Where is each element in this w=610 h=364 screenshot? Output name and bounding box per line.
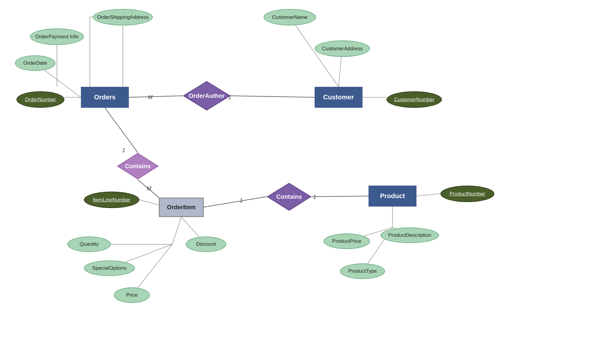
attr-productdescription: ProductDescription [381, 228, 439, 243]
attr-productnumber: ProductNumber [440, 186, 494, 202]
attr-customername: CustomerName [264, 9, 316, 25]
attr-ordernumber: OrderNumber [16, 91, 64, 108]
entity-orders: Orders [81, 87, 129, 108]
cardinality-mb: M [147, 186, 151, 192]
attr-productprice: ProductPrice [324, 233, 370, 249]
entity-customer: Customer [315, 87, 363, 108]
svg-line-15 [416, 194, 440, 196]
svg-line-11 [105, 108, 138, 153]
attr-quantity: Quantity [67, 236, 111, 252]
entity-orderitem: OrderItem [159, 198, 204, 217]
relationship-contains2: Contains [267, 183, 312, 211]
svg-line-14 [312, 196, 369, 197]
attr-itemlinenumber: ItemLineNumber [84, 192, 139, 208]
cardinality-1c: 1 [240, 198, 243, 204]
cardinality-m1: M [148, 94, 152, 101]
attr-customeraddress: CustomerAddress [315, 40, 370, 57]
attr-discount: Discount [186, 236, 226, 252]
svg-line-1 [231, 96, 315, 97]
attr-specialoptions: SpecialOptions [84, 260, 135, 276]
attr-price: Price [114, 287, 150, 303]
relationship-contains1: Contains [117, 153, 159, 180]
svg-line-20 [132, 244, 172, 295]
attr-ordershippingaddress: OrderShippingAddress [93, 9, 153, 25]
attr-orderpaymentinfo: OrderPayment Info [30, 28, 84, 45]
cardinality-1b: 1 [122, 147, 125, 154]
er-diagram: Orders Customer OrderItem Product OrderA… [0, 0, 610, 364]
svg-line-17 [172, 217, 181, 244]
svg-line-13 [204, 197, 267, 207]
attr-producttype: ProductType [340, 263, 385, 279]
cardinality-1d: 1 [313, 194, 316, 200]
relationship-orderauthor: OrderAuthor [183, 81, 231, 111]
svg-line-0 [129, 96, 183, 97]
svg-line-16 [139, 200, 159, 205]
cardinality-1a: 1 [228, 94, 231, 101]
attr-customernumber: CustomerNumber [386, 91, 442, 108]
entity-product: Product [369, 186, 416, 207]
attr-orderdate: OrderDate [15, 55, 55, 71]
